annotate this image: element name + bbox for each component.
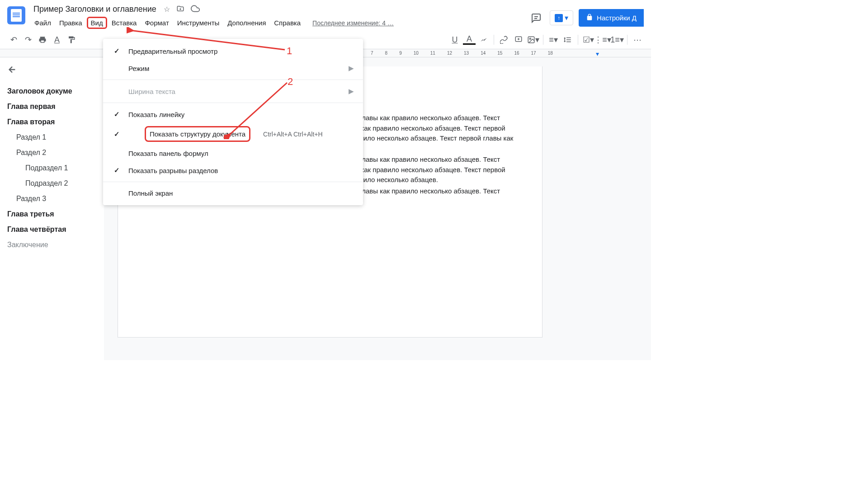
outline-item[interactable]: Раздел 2 — [7, 145, 104, 160]
star-icon[interactable]: ☆ — [164, 5, 170, 14]
svg-point-6 — [529, 38, 531, 39]
keyboard-shortcut: Ctrl+Alt+A Ctrl+Alt+H — [263, 131, 323, 138]
outline-item[interactable]: Глава вторая — [7, 114, 104, 130]
undo-icon[interactable]: ↶ — [7, 33, 20, 46]
last-edit-link[interactable]: Последнее изменение: 4 … — [312, 19, 394, 27]
menu-show-outline[interactable]: ✓ Показать структуру документа Ctrl+Alt+… — [103, 123, 363, 145]
outline-item[interactable]: Глава четвёртая — [7, 222, 104, 237]
text-color-icon[interactable]: A — [463, 35, 476, 45]
menu-preview[interactable]: ✓ Предварительный просмотр — [103, 42, 363, 60]
outline-item[interactable]: Раздел 1 — [7, 130, 104, 145]
numbered-list-icon[interactable]: 1≡▾ — [611, 33, 623, 46]
underline-icon[interactable]: U — [448, 33, 461, 46]
app-header: Пример Заголовки и оглавление ☆ Файл Пра… — [0, 0, 651, 29]
more-icon[interactable]: ⋯ — [631, 33, 644, 46]
menu-addons[interactable]: Дополнения — [224, 17, 269, 28]
menu-insert[interactable]: Вставка — [108, 17, 141, 28]
submenu-arrow-icon: ▶ — [349, 64, 354, 72]
comments-icon[interactable] — [528, 10, 544, 26]
check-icon: ✓ — [112, 110, 121, 118]
view-dropdown-menu: ✓ Предварительный просмотр Режим ▶ Ширин… — [103, 39, 363, 205]
menu-show-breaks[interactable]: ✓ Показать разрывы разделов — [103, 162, 363, 179]
outline-item[interactable]: Глава третья — [7, 206, 104, 222]
share-settings-button[interactable]: Настройки Д — [579, 9, 644, 27]
highlight-color-icon[interactable] — [477, 33, 490, 46]
present-button[interactable]: ↑ ▾ — [550, 10, 573, 25]
outline-item[interactable]: Заключение — [7, 237, 104, 253]
menu-show-ruler[interactable]: ✓ Показать линейку — [103, 106, 363, 123]
outline-item[interactable]: Глава первая — [7, 99, 104, 114]
check-icon: ✓ — [112, 47, 121, 55]
ruler-marker-icon[interactable]: ▾ — [596, 50, 599, 57]
checklist-icon[interactable]: ☑▾ — [582, 33, 594, 46]
spellcheck-icon[interactable]: A — [51, 33, 63, 46]
insert-image-icon[interactable]: ▾ — [527, 33, 539, 46]
menu-help[interactable]: Справка — [270, 17, 304, 28]
outline-back-icon[interactable] — [7, 65, 104, 76]
check-icon: ✓ — [112, 166, 121, 174]
menu-file[interactable]: Файл — [31, 17, 55, 28]
move-folder-icon[interactable] — [176, 5, 184, 14]
bullet-list-icon[interactable]: ⋮≡▾ — [596, 33, 609, 46]
menu-view[interactable]: Вид — [87, 17, 107, 29]
outline-item[interactable]: Раздел 3 — [7, 191, 104, 206]
align-icon[interactable]: ≡▾ — [547, 33, 560, 46]
add-comment-icon[interactable] — [512, 33, 525, 46]
menu-bar: Файл Правка Вид Вставка Формат Инструмен… — [31, 17, 523, 29]
outline-item[interactable]: Подраздел 2 — [7, 176, 104, 191]
menu-format[interactable]: Формат — [141, 17, 172, 28]
menu-fullscreen[interactable]: Полный экран — [103, 185, 363, 202]
menu-tools[interactable]: Инструменты — [174, 17, 223, 28]
print-icon[interactable] — [36, 33, 49, 46]
menu-text-width: Ширина текста ▶ — [103, 83, 363, 100]
cloud-status-icon[interactable] — [191, 4, 200, 15]
outline-item[interactable]: Подраздел 1 — [7, 160, 104, 176]
submenu-arrow-icon: ▶ — [349, 87, 354, 95]
document-title[interactable]: Пример Заголовки и оглавление — [31, 4, 159, 15]
redo-icon[interactable]: ↷ — [22, 33, 34, 46]
outline-panel: Заголовок докуме Глава первая Глава втор… — [0, 57, 104, 360]
menu-show-formula[interactable]: Показать панель формул — [103, 145, 363, 162]
menu-edit[interactable]: Правка — [56, 17, 86, 28]
paint-format-icon[interactable] — [65, 33, 78, 46]
insert-link-icon[interactable] — [498, 33, 510, 46]
lock-icon — [586, 14, 593, 22]
outline-item[interactable]: Заголовок докуме — [7, 84, 104, 99]
line-spacing-icon[interactable] — [561, 33, 574, 46]
docs-logo[interactable] — [7, 6, 25, 24]
check-icon: ✓ — [112, 130, 121, 138]
chevron-down-icon: ▾ — [565, 14, 568, 22]
menu-mode[interactable]: Режим ▶ — [103, 60, 363, 77]
